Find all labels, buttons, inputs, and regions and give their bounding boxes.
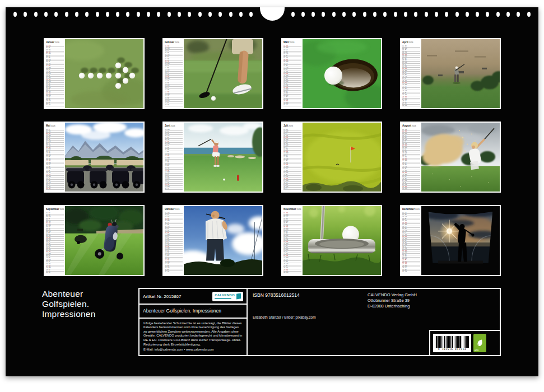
month-label: Juni 2026 — [164, 123, 184, 128]
binding-hole — [291, 12, 295, 17]
calvendo-logo: CALVENDO — [212, 292, 243, 301]
date-column: Oktober 202601. Do02. Fr03. Sa04. So05. … — [164, 206, 184, 275]
photo-golf-trolley-fairway — [65, 206, 143, 275]
day-line: 31. Di — [283, 104, 301, 106]
day-lines: 01. Do02. Fr03. Sa04. So05. Mo06. Di07. … — [164, 212, 184, 275]
legal-text: Infolge bestehender Schutzrechte ist es … — [143, 321, 243, 347]
day-lines: 01. Mo02. Di03. Mi04. Do05. Fr06. Sa07. … — [164, 128, 184, 192]
photo-golfer-legs-tee — [184, 39, 262, 108]
barcode: 9 783516 012514 — [433, 334, 471, 352]
date-column: April 202601. Mi02. Do03. Fr04. Sa05. So… — [401, 39, 421, 108]
binding-hole — [394, 12, 397, 17]
month-sheet-dezember: Dezember 202601. Di02. Mi03. Do04. Fr05.… — [400, 205, 501, 276]
photo-silhouette-driving-range — [421, 206, 500, 275]
binding-hole — [54, 12, 58, 17]
month-label: Februar 2026 — [164, 39, 184, 45]
binding-hole — [249, 12, 253, 17]
binding-hole — [466, 12, 469, 17]
photo-green-aerial-flag — [303, 123, 381, 192]
calendar-back-page: Januar 202601. Do02. Fr03. Sa04. So05. M… — [6, 7, 538, 376]
photo-golf-balls-arrow — [65, 39, 143, 108]
info-box-left-column: Artikel-Nr. 2015867 CALVENDO Abenteuer G… — [140, 289, 248, 355]
month-sheet-september: September 202601. Di02. Mi03. Do04. Fr05… — [44, 205, 145, 276]
month-sheet-februar: Februar 202601. So02. Mo03. Di04. Mi05. … — [162, 38, 263, 109]
date-column: Februar 202601. So02. Mo03. Di04. Mi05. … — [164, 39, 184, 108]
binding-hole — [198, 12, 202, 17]
day-line: 31. Sa — [165, 271, 183, 273]
credits-line: Elisabeth Stanzer / Bilder: pixabay.com — [253, 315, 495, 319]
month-label: August 2026 — [401, 123, 421, 128]
month-sheet-oktober: Oktober 202601. Do02. Fr03. Sa04. So05. … — [162, 205, 263, 276]
photo-golf-carts-mountains — [65, 123, 143, 192]
date-column: November 202601. So02. Mo03. Di04. Mi05.… — [282, 206, 303, 275]
date-column: August 202601. Sa02. So03. Mo04. Di05. M… — [401, 123, 421, 192]
day-line: 28. Sa — [165, 104, 183, 106]
month-label: Oktober 2026 — [164, 206, 184, 212]
binding-hole — [496, 12, 500, 17]
binding-hole — [239, 12, 243, 17]
binding-hole — [188, 12, 191, 17]
month-label: September 2026 — [45, 206, 65, 212]
artikel-row: Artikel-Nr. 2015867 CALVENDO — [140, 289, 247, 305]
day-line: 30. Mo — [283, 272, 301, 274]
month-sheet-juli: Juli 202601. Mi02. Do03. Fr04. Sa05. So0… — [281, 122, 382, 193]
calvendo-logo-tagline — [215, 298, 231, 299]
page-title: Abenteuer Golfspielen. Impressionen — [42, 289, 95, 319]
title-line: Abenteuer — [42, 289, 95, 299]
month-label: Juli 2026 — [282, 123, 303, 128]
eco-label: eco — [475, 349, 478, 352]
photo-putter-ball-closeup — [303, 206, 381, 275]
binding-hole — [363, 12, 366, 17]
binding-hole — [178, 12, 181, 17]
contact-line: E-Mail: info@calvendo.com • www.calvendo… — [143, 348, 243, 352]
binding-hole — [137, 12, 140, 17]
publisher-address: CALVENDO Verlag GmbH Ottobrunner Straße … — [368, 292, 417, 309]
binding-hole — [332, 12, 336, 17]
day-lines: 01. Mi02. Do03. Fr04. Sa05. So06. Mo07. … — [401, 45, 421, 108]
binding-hole — [116, 12, 119, 17]
date-column: Mai 202601. Fr02. Sa03. So04. Mo05. Di06… — [45, 123, 65, 192]
binding-hole — [527, 12, 531, 17]
day-line: 31. Sa — [46, 104, 64, 106]
binding-hole — [455, 12, 459, 17]
day-lines: 01. So02. Mo03. Di04. Mi05. Do06. Fr07. … — [282, 45, 303, 108]
photo-bunker-sand-shot — [421, 123, 500, 192]
binding-hole — [486, 12, 489, 17]
product-title: Abenteuer Golfspielen. Impressionen — [143, 308, 221, 314]
month-label: April 2026 — [401, 39, 421, 45]
month-sheet-august: August 202601. Sa02. So03. Mo04. Di05. M… — [400, 122, 501, 193]
photo-golfer-sky-swing — [184, 206, 262, 275]
legal-text-block: Infolge bestehender Schutzrechte ist es … — [140, 319, 247, 355]
binding-holes-right — [291, 12, 531, 17]
eco-icon: eco — [473, 334, 486, 352]
binding-hole — [311, 12, 315, 17]
day-lines: 01. Di02. Mi03. Do04. Fr05. Sa06. So07. … — [401, 212, 421, 275]
month-label: Dezember 2026 — [401, 206, 421, 212]
day-lines: 01. Sa02. So03. Mo04. Di05. Mi06. Do07. … — [401, 128, 421, 192]
binding-hole — [126, 12, 129, 17]
binding-hole — [106, 12, 109, 17]
leaf-icon — [476, 338, 484, 348]
binding-hole — [435, 12, 438, 17]
calvendo-logo-icon — [236, 293, 241, 300]
date-column: September 202601. Di02. Mi03. Do04. Fr05… — [45, 206, 65, 275]
binding-hole — [44, 12, 48, 17]
month-grid: Januar 202601. Do02. Fr03. Sa04. So05. M… — [44, 38, 501, 276]
binding-hole — [229, 12, 233, 17]
date-column: Januar 202601. Do02. Fr03. Sa04. So05. M… — [45, 39, 65, 108]
date-column: Dezember 202601. Di02. Mi03. Do04. Fr05.… — [401, 206, 421, 275]
binding-hole — [218, 12, 222, 17]
binding-hole — [34, 12, 38, 17]
photo-golfer-ocean-tee — [184, 123, 262, 192]
binding-hole — [425, 12, 428, 17]
binding-holes-left — [13, 12, 253, 17]
binding-hole — [383, 12, 387, 17]
binding-hole — [517, 12, 520, 17]
day-line: 30. Do — [402, 105, 420, 107]
month-label: März 2026 — [282, 39, 303, 45]
binding-hole — [85, 12, 89, 17]
date-column: Juni 202601. Mo02. Di03. Mi04. Do05. Fr0… — [164, 123, 184, 192]
barcode-number: 9 783516 012514 — [435, 348, 469, 352]
binding-hole — [404, 12, 407, 17]
month-sheet-juni: Juni 202601. Mo02. Di03. Mi04. Do05. Fr0… — [162, 122, 263, 193]
